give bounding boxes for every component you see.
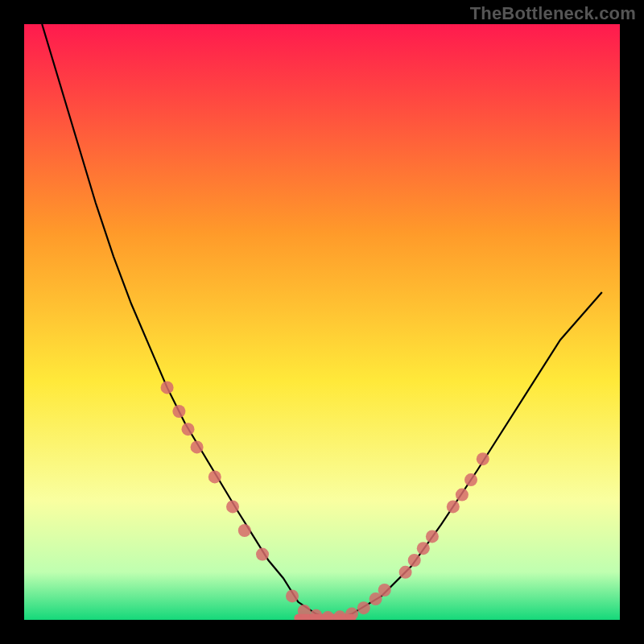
marker-dot — [426, 530, 439, 543]
marker-dot — [357, 601, 370, 614]
marker-dot — [208, 470, 221, 483]
marker-dot — [447, 500, 460, 513]
marker-dot — [172, 405, 185, 418]
marker-dot — [345, 608, 358, 620]
marker-dot — [417, 542, 430, 555]
marker-dot — [456, 489, 469, 502]
marker-dot — [238, 524, 251, 537]
marker-dot — [256, 548, 269, 561]
plot-area — [24, 24, 620, 620]
marker-dot — [191, 440, 204, 453]
marker-dot — [408, 554, 421, 567]
marker-dot — [378, 584, 391, 597]
watermark-text: TheBottleneck.com — [470, 3, 636, 24]
marker-dot — [226, 500, 239, 513]
marker-dot — [161, 381, 174, 394]
chart-svg — [24, 24, 620, 620]
marker-dot — [399, 566, 412, 579]
marker-dot — [298, 605, 311, 617]
gradient-background — [24, 24, 620, 620]
marker-dot — [182, 423, 195, 436]
chart-frame: TheBottleneck.com — [0, 0, 644, 644]
marker-dot — [286, 589, 299, 602]
marker-dot — [464, 473, 477, 486]
marker-dot — [477, 452, 489, 465]
